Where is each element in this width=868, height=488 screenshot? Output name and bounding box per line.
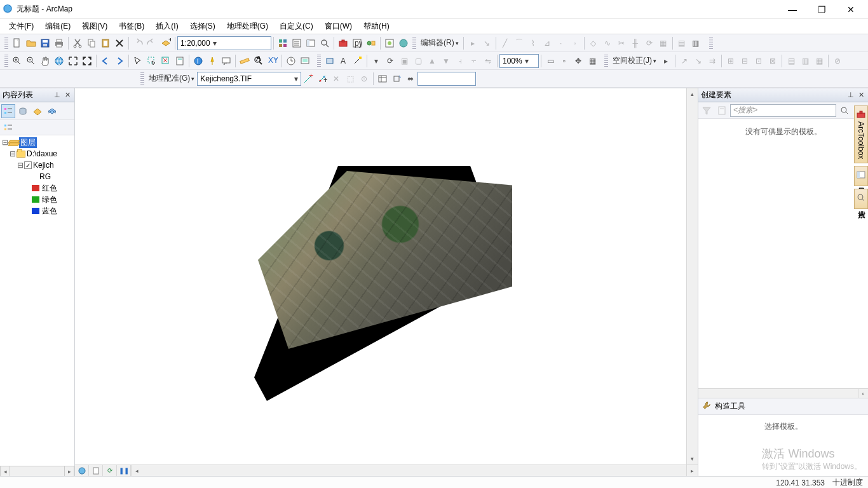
toc-tree[interactable]: ⊟图层 ⊟D:\daxue ⊟✓Kejich RG 红色 绿色 蓝色 [0, 135, 74, 466]
menu-insert[interactable]: 插入(I) [151, 20, 183, 33]
side-tab-catalog[interactable]: 目录 [854, 166, 868, 186]
list-by-drawing-order[interactable] [1, 104, 15, 118]
modelbuilder-button[interactable] [364, 36, 378, 50]
save-button[interactable] [38, 36, 52, 50]
layout-zoom-in-tool[interactable]: ▭ [543, 54, 557, 68]
copy-button[interactable] [85, 36, 98, 50]
georeferencing-menu[interactable]: 地理配准(G)▾ [146, 73, 197, 84]
rotate-tool[interactable]: ⟳ [642, 36, 656, 50]
ungroup-tool[interactable]: ▢ [411, 54, 425, 68]
toolbar-grip[interactable] [604, 55, 608, 67]
tree-folder[interactable]: ⊟D:\daxue [1, 148, 73, 159]
menu-file[interactable]: 文件(F) [4, 20, 39, 33]
toolbar-grip[interactable] [140, 72, 144, 85]
toolbar-grip[interactable] [317, 55, 321, 67]
time-slider-tool[interactable] [284, 54, 298, 68]
sa-modify-link-tool[interactable]: ↘ [691, 54, 705, 68]
sa-options-tool[interactable]: ▦ [812, 54, 826, 68]
side-tab-search[interactable]: 搜索 [854, 189, 868, 209]
menu-view[interactable]: 视图(V) [77, 20, 112, 33]
search-go-button[interactable] [837, 104, 851, 118]
distribute-tool[interactable]: ⫟ [467, 54, 481, 68]
bring-forward-tool[interactable]: ▲ [425, 54, 439, 68]
graphic-ops-tool[interactable]: ▾ [369, 54, 383, 68]
pause-drawing-button[interactable]: ❚❚ [117, 465, 131, 476]
close-icon[interactable]: ✕ [857, 91, 865, 100]
identify-tool[interactable]: i [191, 54, 205, 68]
add-data-button[interactable]: + [159, 36, 173, 50]
python-button[interactable]: py [350, 36, 364, 50]
scale-combo[interactable]: 1:20,000▾ [177, 36, 271, 50]
georef-view-link-table-tool[interactable] [376, 72, 390, 86]
rotate-graphic-tool[interactable]: ⟳ [383, 54, 397, 68]
draw-rectangle-tool[interactable] [323, 54, 337, 68]
scroll-right-icon[interactable]: ▸ [686, 465, 698, 476]
send-backward-tool[interactable]: ▼ [439, 54, 453, 68]
panel-splitter[interactable]: ▫ [698, 388, 868, 398]
find-tool[interactable]: A [252, 54, 266, 68]
minimize-button[interactable]: — [778, 0, 807, 19]
menu-window[interactable]: 窗口(W) [320, 20, 357, 33]
layout-whole-page-tool[interactable]: ▦ [585, 54, 599, 68]
tree-band-green[interactable]: 绿色 [1, 194, 73, 205]
toc-button[interactable] [290, 36, 304, 50]
menu-select[interactable]: 选择(S) [185, 20, 220, 33]
create-viewer-tool[interactable] [298, 54, 312, 68]
prev-extent-tool[interactable] [98, 54, 112, 68]
goto-xy-tool[interactable]: XY [266, 54, 280, 68]
list-by-selection[interactable] [45, 104, 59, 118]
pan-tool[interactable] [38, 54, 52, 68]
toc-hscroll[interactable]: ◂ ▸ [0, 466, 74, 476]
zoom-percent-combo[interactable]: 100%▾ [499, 54, 539, 68]
cut-button[interactable] [71, 36, 85, 50]
close-button[interactable]: ✕ [836, 0, 865, 19]
fixed-zoom-in-tool[interactable] [66, 54, 80, 68]
sa-view-links-tool[interactable]: ▤ [784, 54, 798, 68]
layout-view-tab[interactable] [89, 465, 103, 476]
map-hscroll[interactable]: ◂ ▸ [131, 465, 698, 476]
close-icon[interactable]: ✕ [63, 91, 72, 100]
sa-edge-match-tool[interactable]: ⊟ [738, 54, 752, 68]
scroll-left-icon[interactable]: ◂ [131, 465, 142, 476]
sa-limited-adj-tool[interactable]: ⊡ [752, 54, 766, 68]
data-view-tab[interactable] [75, 465, 89, 476]
attributes-tool[interactable]: ▦ [656, 36, 670, 50]
georef-auto-reg-tool[interactable]: + [315, 72, 329, 86]
redo-button[interactable] [145, 36, 159, 50]
georef-rotate-tool[interactable] [390, 72, 403, 86]
create-features-tool[interactable]: ▥ [689, 36, 703, 50]
tree-layer[interactable]: ⊟✓Kejich [1, 159, 73, 171]
organize-templates-button[interactable] [715, 104, 729, 118]
toolbar-grip[interactable] [4, 55, 8, 67]
pin-icon[interactable]: ⊥ [846, 91, 855, 100]
right-angle-tool[interactable]: ⊿ [540, 36, 554, 50]
template-search-input[interactable]: <搜索> [730, 104, 836, 117]
zoom-in-tool[interactable] [10, 54, 24, 68]
scroll-right-icon[interactable]: ▸ [64, 466, 74, 476]
flip-tool[interactable]: ⇋ [481, 54, 495, 68]
edit-vertices-draw-tool[interactable] [351, 54, 365, 68]
georef-add-points-tool[interactable]: + [301, 72, 315, 86]
pin-icon[interactable]: ⊥ [53, 91, 62, 100]
expand-icon[interactable]: ▫ [858, 389, 868, 398]
list-by-source[interactable] [16, 104, 30, 118]
results-button[interactable] [383, 36, 397, 50]
environment-button[interactable] [397, 36, 410, 50]
sa-preview-tool[interactable]: ▥ [798, 54, 812, 68]
tree-band-blue[interactable]: 蓝色 [1, 205, 73, 217]
split-tool[interactable]: ╫ [628, 36, 642, 50]
sa-attribute-transfer-tool[interactable]: ⊠ [766, 54, 780, 68]
edit-tool[interactable]: ▸ [466, 36, 480, 50]
map-vscroll[interactable]: ▴ ▾ [686, 88, 698, 464]
end-point-tool[interactable]: ◦ [568, 36, 582, 50]
editor-toolbar-button[interactable] [276, 36, 290, 50]
new-button[interactable] [10, 36, 24, 50]
sa-multi-link-tool[interactable]: ⇉ [705, 54, 719, 68]
tree-band-red[interactable]: 红色 [1, 182, 73, 194]
georef-layer-combo[interactable]: Kejicheng3.TIF▾ [197, 72, 301, 86]
tree-root[interactable]: ⊟图层 [1, 137, 73, 148]
hyperlink-tool[interactable] [205, 54, 219, 68]
toolbar-grip[interactable] [709, 37, 713, 50]
arctoolbox-button[interactable] [336, 36, 350, 50]
scroll-left-icon[interactable]: ◂ [0, 466, 10, 476]
